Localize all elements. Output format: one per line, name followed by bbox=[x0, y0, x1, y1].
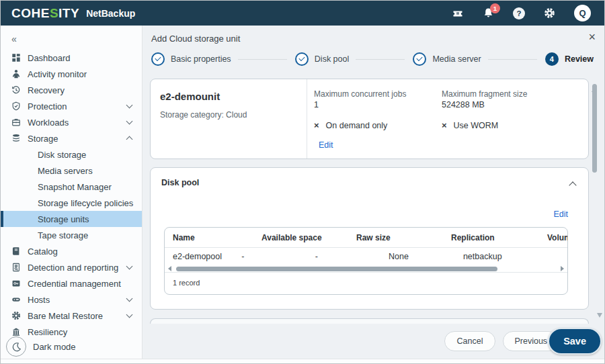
chevron-down-icon bbox=[126, 263, 133, 270]
help-icon[interactable]: ? bbox=[513, 7, 525, 19]
save-button[interactable]: Save bbox=[548, 328, 602, 355]
sidebar-item-bare-metal-restore[interactable]: Bare Metal Restore bbox=[1, 308, 142, 324]
dark-mode-label: Dark mode bbox=[33, 342, 76, 352]
sidebar-item-dashboard[interactable]: Dashboard bbox=[1, 50, 142, 66]
column-header-available-space: Available space bbox=[261, 233, 356, 242]
vertical-scrollbar[interactable] bbox=[592, 76, 598, 318]
settings-icon[interactable] bbox=[544, 7, 555, 19]
cohesity-logo: COHESITY bbox=[11, 6, 79, 21]
sidebar-item-tape-storage[interactable]: Tape storage bbox=[1, 227, 142, 243]
resiliency-icon bbox=[11, 326, 22, 337]
step-label: Media server bbox=[432, 54, 481, 64]
step-check-icon bbox=[413, 52, 426, 66]
step-disk-pool[interactable]: Disk pool bbox=[295, 52, 356, 66]
sidebar-item-label: Snapshot Manager bbox=[38, 182, 112, 192]
storage-icon bbox=[11, 133, 22, 144]
product-name: NetBackup bbox=[86, 8, 135, 19]
bare-metal-restore-icon bbox=[11, 310, 22, 321]
max-concurrent-jobs: Maximum concurrent jobs 1 bbox=[314, 89, 442, 109]
review-content: e2-demounit Storage category: Cloud Maxi… bbox=[143, 72, 604, 324]
wizard-stepper: Basic properties Disk pool Media server … bbox=[143, 46, 604, 72]
chevron-down-icon bbox=[126, 295, 133, 302]
column-header-replication: Replication bbox=[451, 233, 547, 242]
horizontal-scrollbar[interactable] bbox=[165, 265, 567, 273]
sidebar-item-protection[interactable]: Protection bbox=[1, 98, 142, 114]
column-header-volumes: Volumes bbox=[547, 233, 567, 242]
app-window: COHESITY NetBackup 1 ? Q « bbox=[0, 0, 605, 364]
scroll-left-icon[interactable] bbox=[168, 266, 171, 271]
sidebar-item-label: Bare Metal Restore bbox=[28, 311, 103, 321]
cell-raw-size: - bbox=[315, 252, 389, 261]
wizard-title: Add Cloud storage unit bbox=[151, 34, 240, 44]
scroll-down-icon[interactable] bbox=[597, 313, 602, 318]
x-mark-icon: × bbox=[314, 120, 319, 130]
sidebar-item-label: Storage bbox=[28, 134, 58, 144]
column-header-name: Name bbox=[173, 233, 261, 242]
sidebar-item-catalog[interactable]: Catalog bbox=[1, 243, 142, 259]
cell-volumes: netbackup bbox=[463, 252, 567, 261]
sidebar-item-recovery[interactable]: Recovery bbox=[1, 82, 142, 98]
hosts-icon bbox=[11, 294, 22, 305]
disk-pool-section-title: Disk pool bbox=[161, 178, 577, 187]
sidebar-item-label: Dashboard bbox=[28, 53, 71, 63]
horizontal-scroll-track[interactable] bbox=[175, 267, 557, 271]
recovery-icon bbox=[11, 85, 22, 95]
sidebar-item-workloads[interactable]: Workloads bbox=[1, 114, 142, 130]
basic-properties-summary-card: e2-demounit Storage category: Cloud Maxi… bbox=[150, 79, 589, 159]
step-number-badge: 4 bbox=[545, 52, 559, 66]
top-bar: COHESITY NetBackup 1 ? Q bbox=[1, 1, 604, 26]
horizontal-scroll-thumb[interactable] bbox=[176, 267, 497, 271]
table-row[interactable]: e2-demopool - - None netbackup bbox=[165, 248, 567, 265]
step-basic-properties[interactable]: Basic properties bbox=[151, 52, 238, 66]
sidebar-item-label: Activity monitor bbox=[28, 69, 87, 79]
scroll-right-icon[interactable] bbox=[561, 266, 564, 271]
sidebar-item-label: Tape storage bbox=[38, 230, 88, 240]
sidebar-item-credential-management[interactable]: Credential management bbox=[1, 275, 142, 291]
dark-mode-toggle[interactable]: Dark mode bbox=[6, 336, 76, 357]
step-review[interactable]: 4 Review bbox=[545, 52, 594, 66]
sidebar-item-storage[interactable]: Storage bbox=[1, 130, 142, 146]
edit-basic-properties-link[interactable]: Edit bbox=[319, 140, 333, 150]
logo-text: COHE bbox=[11, 6, 50, 21]
sidebar-item-label: Detection and reporting bbox=[28, 263, 118, 273]
table-header-row: Name Available space Raw size Replicatio… bbox=[165, 228, 567, 248]
sidebar-item-snapshot-manager[interactable]: Snapshot Manager bbox=[1, 179, 142, 195]
vertical-scroll-thumb[interactable] bbox=[592, 84, 597, 173]
avatar-initial: Q bbox=[579, 8, 586, 18]
sidebar-item-hosts[interactable]: Hosts bbox=[1, 291, 142, 308]
next-section-card-partial bbox=[150, 318, 589, 324]
max-fragment-size: Maximum fragment size 524288 MB bbox=[442, 89, 569, 109]
sidebar-item-label: Protection bbox=[28, 101, 67, 111]
sidebar-item-label: Catalog bbox=[28, 246, 58, 257]
sidebar-item-label: Storage lifecycle policies bbox=[38, 198, 133, 208]
max-fragment-size-value: 524288 MB bbox=[442, 100, 569, 109]
edit-disk-pool-link[interactable]: Edit bbox=[553, 210, 568, 219]
sidebar-item-storage-lifecycle-policies[interactable]: Storage lifecycle policies bbox=[1, 195, 142, 211]
sidebar-item-storage-units[interactable]: Storage units bbox=[1, 211, 142, 227]
cell-name: e2-demopool bbox=[173, 252, 241, 261]
notification-badge: 1 bbox=[490, 3, 500, 13]
credential-management-icon bbox=[11, 278, 22, 289]
wizard-panel: Add Cloud storage unit × Basic propertie… bbox=[143, 26, 604, 363]
step-connector bbox=[238, 59, 287, 60]
column-header-raw-size: Raw size bbox=[356, 233, 451, 242]
sidebar-item-activity-monitor[interactable]: Activity monitor bbox=[1, 66, 142, 82]
close-icon[interactable]: × bbox=[588, 31, 596, 43]
record-count: 1 record bbox=[165, 273, 567, 287]
sidebar-item-detection-and-reporting[interactable]: Detection and reporting bbox=[1, 259, 142, 275]
sidebar-item-disk-storage[interactable]: Disk storage bbox=[1, 146, 142, 163]
license-icon[interactable] bbox=[452, 8, 464, 19]
chevron-down-icon bbox=[126, 312, 133, 318]
account-avatar[interactable]: Q bbox=[574, 5, 591, 21]
detection-reporting-icon bbox=[11, 262, 22, 273]
notifications-icon[interactable]: 1 bbox=[483, 7, 494, 19]
max-fragment-size-label: Maximum fragment size bbox=[442, 89, 569, 99]
step-media-server[interactable]: Media server bbox=[413, 52, 487, 66]
step-connector bbox=[356, 59, 405, 60]
cancel-button[interactable]: Cancel bbox=[444, 331, 496, 351]
use-worm-flag: × Use WORM bbox=[442, 120, 569, 130]
sidebar-collapse-button[interactable]: « bbox=[1, 26, 142, 50]
sidebar-item-media-servers[interactable]: Media servers bbox=[1, 163, 142, 179]
moon-icon bbox=[6, 336, 26, 357]
sidebar-item-label: Hosts bbox=[28, 295, 50, 305]
